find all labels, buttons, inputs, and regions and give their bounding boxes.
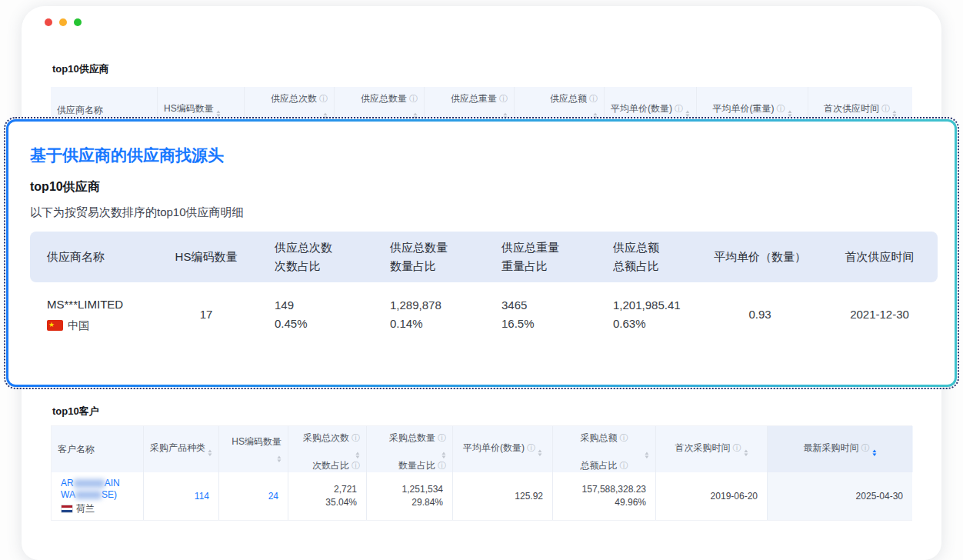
info-icon[interactable]: ⓘ bbox=[620, 461, 628, 470]
window-controls bbox=[45, 18, 82, 26]
sort-icon[interactable]: ▲▼ bbox=[892, 110, 897, 118]
column-header-product-types[interactable]: 采购产品种类▲▼ bbox=[144, 426, 219, 472]
supply-weight-cell: 3465 16.5% bbox=[491, 282, 602, 347]
avg-price-qty-cell: 0.93 bbox=[698, 282, 821, 347]
column-header-purchase-quantity[interactable]: 采购总数量ⓘ ▲▼ 数量占比ⓘ bbox=[367, 426, 453, 472]
redacted-text bbox=[74, 479, 105, 488]
customers-header-row: 客户名称 采购产品种类▲▼ HS编码数量▲▼ 采购总次数ⓘ ▲▼ 次数占比ⓘ 采… bbox=[52, 426, 913, 472]
customer-name-link[interactable]: ARAIN bbox=[61, 478, 134, 489]
hs-code-count-cell: 17 bbox=[148, 282, 264, 347]
info-icon[interactable]: ⓘ bbox=[499, 94, 508, 103]
close-window-button[interactable] bbox=[45, 18, 52, 26]
info-icon[interactable]: ⓘ bbox=[527, 443, 535, 452]
info-icon[interactable]: ⓘ bbox=[861, 443, 870, 452]
info-icon[interactable]: ⓘ bbox=[589, 94, 598, 103]
customer-table-row: ARAIN WASE) 荷兰 114 24 2,721 35.04% 1,251… bbox=[52, 472, 913, 520]
purchase-times-cell: 2,721 35.04% bbox=[288, 472, 367, 520]
minimize-window-button[interactable] bbox=[59, 18, 67, 26]
info-icon[interactable]: ⓘ bbox=[777, 104, 785, 113]
product-types-link[interactable]: 114 bbox=[153, 491, 209, 502]
supply-amount-cell: 1,201,985.41 0.63% bbox=[602, 282, 698, 347]
top10-customers-table: 客户名称 采购产品种类▲▼ HS编码数量▲▼ 采购总次数ⓘ ▲▼ 次数占比ⓘ 采… bbox=[51, 425, 912, 521]
callout-suppliers-table: 供应商名称 HS编码数量 供应总次数次数占比 供应总数量数量占比 供应总重量重量… bbox=[30, 232, 938, 347]
column-header-customer-name: 客户名称 bbox=[52, 426, 144, 472]
info-icon[interactable]: ⓘ bbox=[409, 94, 418, 103]
info-icon[interactable]: ⓘ bbox=[620, 433, 628, 442]
callout-section-title: top10供应商 bbox=[30, 179, 933, 195]
first-supply-date-cell: 2021-12-30 bbox=[821, 282, 938, 347]
supplier-name-cell: MS***LIMITED ★中国 bbox=[30, 282, 148, 347]
top10-customers-title: top10客户 bbox=[52, 405, 99, 418]
sort-icon[interactable]: ▲▼ bbox=[744, 449, 748, 457]
sort-icon[interactable]: ▲▼ bbox=[442, 452, 446, 459]
column-header-supply-times: 供应总次数次数占比 bbox=[264, 232, 379, 282]
supply-quantity-cell: 1,289,878 0.14% bbox=[379, 282, 491, 347]
callout-description: 以下为按贸易次数排序的top10供应商明细 bbox=[30, 205, 933, 220]
callout-header-row: 供应商名称 HS编码数量 供应总次数次数占比 供应总数量数量占比 供应总重量重量… bbox=[30, 232, 938, 282]
sort-icon[interactable]: ▲▼ bbox=[538, 449, 542, 457]
info-icon[interactable]: ⓘ bbox=[438, 433, 446, 442]
sort-icon[interactable]: ▲▼ bbox=[685, 110, 690, 118]
redacted-text bbox=[75, 491, 102, 499]
hs-code-count-cell: 24 bbox=[219, 472, 288, 520]
column-header-hs-code-count[interactable]: HS编码数量▲▼ bbox=[219, 426, 288, 472]
purchase-amount-cell: 157,588,328.23 49.96% bbox=[553, 472, 656, 520]
customer-name-cell[interactable]: ARAIN WASE) 荷兰 bbox=[52, 472, 144, 520]
column-header-avg-price-qty[interactable]: 平均单价(数量)ⓘ▲▼ bbox=[453, 426, 553, 472]
info-icon[interactable]: ⓘ bbox=[319, 94, 328, 103]
column-header-first-purchase-date[interactable]: 首次采购时间ⓘ▲▼ bbox=[656, 426, 768, 472]
info-icon[interactable]: ⓘ bbox=[733, 443, 741, 452]
sort-icon-active[interactable]: ▲▼ bbox=[872, 449, 877, 457]
column-header-first-supply-date: 首次供应时间 bbox=[821, 232, 938, 282]
info-icon[interactable]: ⓘ bbox=[881, 104, 890, 113]
hs-code-count-link[interactable]: 24 bbox=[228, 491, 278, 502]
avg-price-qty-cell: 125.92 bbox=[453, 472, 553, 520]
top10-suppliers-title: top10供应商 bbox=[52, 62, 109, 76]
latest-purchase-date-cell: 2025-04-30 bbox=[768, 472, 912, 520]
sort-icon[interactable]: ▲▼ bbox=[355, 452, 360, 459]
supplier-source-callout: 基于供应商的供应商找源头 top10供应商 以下为按贸易次数排序的top10供应… bbox=[6, 119, 957, 387]
maximize-window-button[interactable] bbox=[74, 18, 82, 26]
sort-icon[interactable]: ▲▼ bbox=[208, 449, 212, 457]
sort-icon[interactable]: ▲▼ bbox=[788, 110, 792, 118]
column-header-purchase-amount[interactable]: 采购总额ⓘ ▲▼ 总额占比ⓘ bbox=[553, 426, 656, 472]
sort-icon[interactable]: ▲▼ bbox=[277, 455, 282, 463]
column-header-purchase-times[interactable]: 采购总次数ⓘ ▲▼ 次数占比ⓘ bbox=[288, 426, 367, 472]
column-header-latest-purchase-date[interactable]: 最新采购时间ⓘ▲▼ bbox=[768, 426, 912, 472]
info-icon[interactable]: ⓘ bbox=[352, 461, 360, 470]
supplier-table-row: MS***LIMITED ★中国 17 149 0.45% 1,289,878 … bbox=[30, 282, 938, 347]
column-header-avg-price-qty: 平均单价（数量） bbox=[698, 232, 821, 282]
sort-icon[interactable]: ▲▼ bbox=[645, 452, 649, 459]
info-icon[interactable]: ⓘ bbox=[438, 461, 446, 470]
column-header-supply-quantity: 供应总数量数量占比 bbox=[379, 232, 491, 282]
product-types-cell: 114 bbox=[144, 472, 219, 520]
column-header-supply-weight: 供应总重量重量占比 bbox=[491, 232, 602, 282]
column-header-supplier-name: 供应商名称 bbox=[30, 232, 148, 282]
sort-icon[interactable]: ▲▼ bbox=[216, 110, 221, 118]
first-purchase-date-cell: 2019-06-20 bbox=[656, 472, 768, 520]
netherlands-flag-icon bbox=[61, 505, 73, 513]
supply-times-cell: 149 0.45% bbox=[264, 282, 379, 347]
purchase-quantity-cell: 1,251,534 29.84% bbox=[367, 472, 453, 520]
info-icon[interactable]: ⓘ bbox=[675, 104, 683, 113]
callout-title: 基于供应商的供应商找源头 bbox=[30, 145, 933, 166]
china-flag-icon: ★ bbox=[47, 320, 63, 331]
column-header-hs-code-count: HS编码数量 bbox=[148, 232, 264, 282]
info-icon[interactable]: ⓘ bbox=[352, 433, 360, 442]
column-header-supply-amount: 供应总额总额占比 bbox=[602, 232, 698, 282]
